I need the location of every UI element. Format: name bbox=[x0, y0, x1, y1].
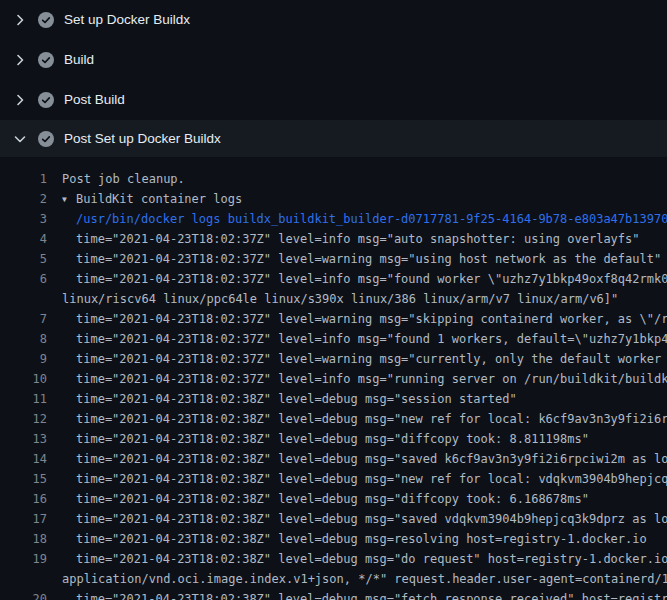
log-line-number[interactable]: 5 bbox=[0, 249, 47, 269]
log-line-number[interactable]: 17 bbox=[0, 509, 47, 529]
check-circle-icon bbox=[38, 131, 64, 147]
log-line-number[interactable]: 8 bbox=[0, 329, 47, 349]
log-line-number[interactable]: 16 bbox=[0, 489, 47, 509]
log-line-text: time="2021-04-23T18:02:38Z" level=debug … bbox=[76, 389, 517, 409]
log-line-text: time="2021-04-23T18:02:38Z" level=debug … bbox=[76, 509, 667, 529]
log-group-toggle[interactable]: ▼BuildKit container logs bbox=[62, 189, 242, 209]
log-line-text: time="2021-04-23T18:02:37Z" level=warnin… bbox=[76, 349, 667, 369]
log-line-text: Post job cleanup. bbox=[62, 169, 185, 189]
step-label: Post Set up Docker Buildx bbox=[64, 131, 221, 147]
log-row: application/vnd.oci.image.index.v1+json,… bbox=[0, 569, 667, 589]
log-line-text: linux/riscv64 linux/ppc64le linux/s390x … bbox=[62, 289, 618, 309]
log-row: 20time="2021-04-23T18:02:38Z" level=debu… bbox=[0, 589, 667, 600]
log-line-text: time="2021-04-23T18:02:37Z" level=info m… bbox=[76, 269, 667, 289]
log-row: 14time="2021-04-23T18:02:38Z" level=debu… bbox=[0, 449, 667, 469]
log-line-number[interactable]: 10 bbox=[0, 369, 47, 389]
log-line-text: time="2021-04-23T18:02:37Z" level=info m… bbox=[76, 369, 667, 389]
log-row: 1Post job cleanup. bbox=[0, 169, 667, 189]
log-row: 4time="2021-04-23T18:02:37Z" level=info … bbox=[0, 229, 667, 249]
chevron-right-icon bbox=[12, 12, 38, 28]
steps-list: Set up Docker Buildx Build Post Build Po… bbox=[0, 0, 667, 157]
log-line-number[interactable]: 20 bbox=[0, 589, 47, 600]
log-row: 18time="2021-04-23T18:02:38Z" level=debu… bbox=[0, 529, 667, 549]
log-line-text: time="2021-04-23T18:02:37Z" level=info m… bbox=[76, 229, 640, 249]
check-circle-icon bbox=[38, 12, 64, 28]
chevron-right-icon bbox=[12, 92, 38, 108]
log-line-text: application/vnd.oci.image.index.v1+json,… bbox=[62, 569, 667, 589]
log-row: linux/riscv64 linux/ppc64le linux/s390x … bbox=[0, 289, 667, 309]
log-line-number bbox=[0, 569, 47, 589]
log-row: 13time="2021-04-23T18:02:38Z" level=debu… bbox=[0, 429, 667, 449]
group-expanded-icon: ▼ bbox=[62, 190, 76, 209]
log-row: 15time="2021-04-23T18:02:38Z" level=debu… bbox=[0, 469, 667, 489]
log-line-number[interactable]: 3 bbox=[0, 209, 47, 229]
log-line-text: time="2021-04-23T18:02:38Z" level=debug … bbox=[76, 489, 589, 509]
log-line-text: time="2021-04-23T18:02:38Z" level=debug … bbox=[76, 429, 589, 449]
log-line-text: time="2021-04-23T18:02:38Z" level=debug … bbox=[76, 409, 667, 429]
log-row: 17time="2021-04-23T18:02:38Z" level=debu… bbox=[0, 509, 667, 529]
log-line-text: time="2021-04-23T18:02:38Z" level=debug … bbox=[76, 549, 667, 569]
log-line-number[interactable]: 19 bbox=[0, 549, 47, 569]
log-lines: 1Post job cleanup.2▼BuildKit container l… bbox=[0, 157, 667, 600]
step-label: Set up Docker Buildx bbox=[64, 12, 190, 28]
log-row: 11time="2021-04-23T18:02:38Z" level=debu… bbox=[0, 389, 667, 409]
log-line-number[interactable]: 6 bbox=[0, 269, 47, 289]
log-line-number[interactable]: 11 bbox=[0, 389, 47, 409]
log-line-number[interactable]: 18 bbox=[0, 529, 47, 549]
log-line-number[interactable]: 9 bbox=[0, 349, 47, 369]
chevron-down-icon bbox=[12, 131, 38, 147]
step-row-post-build[interactable]: Post Build bbox=[0, 80, 667, 120]
log-row: 8time="2021-04-23T18:02:37Z" level=info … bbox=[0, 329, 667, 349]
log-line-number bbox=[0, 289, 47, 309]
log-line-number[interactable]: 2 bbox=[0, 189, 47, 209]
log-line-number[interactable]: 14 bbox=[0, 449, 47, 469]
log-row: 5time="2021-04-23T18:02:37Z" level=warni… bbox=[0, 249, 667, 269]
chevron-right-icon bbox=[12, 52, 38, 68]
log-row: 9time="2021-04-23T18:02:37Z" level=warni… bbox=[0, 349, 667, 369]
log-line-number[interactable]: 1 bbox=[0, 169, 47, 189]
log-row: 2▼BuildKit container logs bbox=[0, 189, 667, 209]
log-row: 3/usr/bin/docker logs buildx_buildkit_bu… bbox=[0, 209, 667, 229]
log-line-text: time="2021-04-23T18:02:38Z" level=debug … bbox=[76, 589, 667, 600]
log-line-text: /usr/bin/docker logs buildx_buildkit_bui… bbox=[76, 209, 667, 229]
log-line-text: time="2021-04-23T18:02:38Z" level=debug … bbox=[76, 469, 667, 489]
step-row-build[interactable]: Build bbox=[0, 40, 667, 80]
log-line-number[interactable]: 13 bbox=[0, 429, 47, 449]
log-line-number[interactable]: 7 bbox=[0, 309, 47, 329]
step-row-set-up-docker-buildx[interactable]: Set up Docker Buildx bbox=[0, 0, 667, 40]
log-row: 12time="2021-04-23T18:02:38Z" level=debu… bbox=[0, 409, 667, 429]
step-row-post-set-up-docker-buildx[interactable]: Post Set up Docker Buildx bbox=[0, 120, 667, 157]
step-label: Build bbox=[64, 52, 94, 68]
log-line-text: time="2021-04-23T18:02:37Z" level=warnin… bbox=[76, 309, 667, 329]
log-line-number[interactable]: 12 bbox=[0, 409, 47, 429]
log-row: 6time="2021-04-23T18:02:37Z" level=info … bbox=[0, 269, 667, 289]
log-line-number[interactable]: 15 bbox=[0, 469, 47, 489]
log-row: 19time="2021-04-23T18:02:38Z" level=debu… bbox=[0, 549, 667, 569]
log-line-text: time="2021-04-23T18:02:37Z" level=info m… bbox=[76, 329, 667, 349]
log-row: 10time="2021-04-23T18:02:37Z" level=info… bbox=[0, 369, 667, 389]
log-row: 7time="2021-04-23T18:02:37Z" level=warni… bbox=[0, 309, 667, 329]
check-circle-icon bbox=[38, 52, 64, 68]
log-line-text: time="2021-04-23T18:02:37Z" level=warnin… bbox=[76, 249, 661, 269]
step-label: Post Build bbox=[64, 92, 125, 108]
log-line-text: time="2021-04-23T18:02:38Z" level=debug … bbox=[76, 449, 667, 469]
log-row: 16time="2021-04-23T18:02:38Z" level=debu… bbox=[0, 489, 667, 509]
check-circle-icon bbox=[38, 92, 64, 108]
log-line-number[interactable]: 4 bbox=[0, 229, 47, 249]
log-line-text: time="2021-04-23T18:02:38Z" level=debug … bbox=[76, 529, 647, 549]
